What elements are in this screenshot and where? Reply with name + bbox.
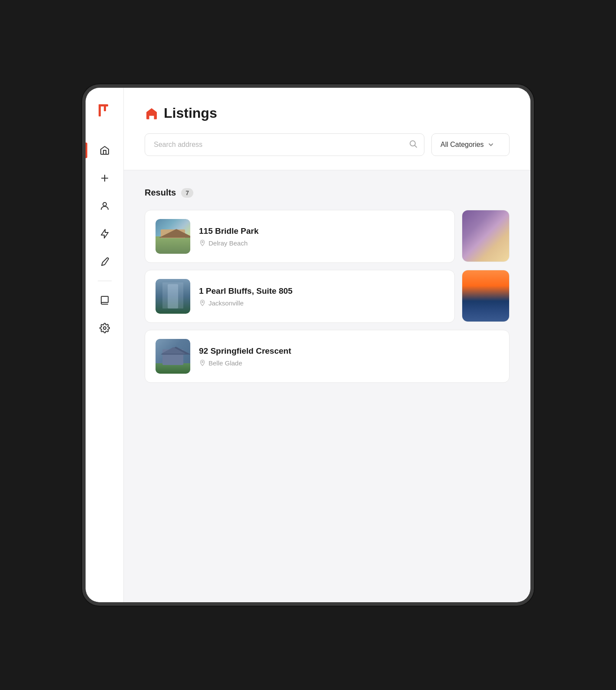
page-title: Listings [164,105,217,121]
svg-rect-2 [104,104,106,111]
search-icon[interactable] [409,139,417,150]
svg-point-5 [103,202,106,206]
listing-thumbnail [156,219,190,254]
listing-card[interactable]: 92 Springfield Crescent Belle Glade [145,330,510,383]
svg-point-6 [103,327,106,329]
listing-row-1: 115 Bridle Park Delray Beach [145,210,510,263]
location-pin-icon [199,359,206,366]
sidebar-item-library[interactable] [93,288,117,312]
svg-point-11 [202,362,203,363]
svg-point-10 [202,302,203,303]
listing-card[interactable]: 1 Pearl Bluffs, Suite 805 Jacksonville [145,270,455,323]
location-pin-icon [199,299,206,306]
page-title-row: Listings [145,105,510,121]
chevron-down-icon [487,141,494,148]
sidebar-divider [98,281,112,281]
results-label: Results [145,188,176,198]
main-content: Listings All Categories [124,88,530,602]
listing-name: 92 Springfield Crescent [199,346,499,356]
listing-location: Jacksonville [199,299,444,307]
results-count-badge: 7 [181,188,193,198]
search-wrapper [145,133,424,156]
listing-info: 92 Springfield Crescent Belle Glade [199,346,499,367]
sidebar-item-write[interactable] [93,249,117,274]
search-row: All Categories [145,133,510,156]
sidebar-item-profile[interactable] [93,194,117,218]
svg-rect-1 [99,104,108,106]
search-input[interactable] [145,133,424,156]
device-frame: Listings All Categories [82,84,534,606]
results-header: Results 7 [145,188,510,198]
content-header: Listings All Categories [124,88,530,170]
app-logo[interactable] [96,102,113,121]
listing-location: Belle Glade [199,359,499,367]
svg-line-8 [415,146,417,148]
svg-point-9 [202,242,203,243]
listing-row-3: 92 Springfield Crescent Belle Glade [145,330,510,383]
listing-name: 1 Pearl Bluffs, Suite 805 [199,286,444,296]
results-area: Results 7 [124,170,530,602]
listing-card-preview[interactable] [462,270,510,322]
device-inner: Listings All Categories [86,88,530,602]
listing-card[interactable]: 115 Bridle Park Delray Beach [145,210,455,263]
listing-name: 115 Bridle Park [199,226,444,236]
category-filter[interactable]: All Categories [431,133,510,156]
sidebar [86,88,124,602]
sidebar-navigation [86,138,123,340]
listings-list: 115 Bridle Park Delray Beach [145,210,510,383]
page-title-icon [145,106,159,120]
listing-location: Delray Beach [199,239,444,247]
listing-thumbnail [156,339,190,374]
sidebar-item-settings[interactable] [93,316,117,340]
sidebar-item-activity[interactable] [93,222,117,246]
listing-row-2: 1 Pearl Bluffs, Suite 805 Jacksonville [145,270,510,323]
listing-info: 115 Bridle Park Delray Beach [199,226,444,247]
sidebar-item-home[interactable] [93,138,117,163]
location-pin-icon [199,239,206,246]
listing-info: 1 Pearl Bluffs, Suite 805 Jacksonville [199,286,444,307]
listing-thumbnail [156,279,190,314]
listing-card-preview[interactable] [462,210,510,262]
sidebar-item-add[interactable] [93,166,117,190]
